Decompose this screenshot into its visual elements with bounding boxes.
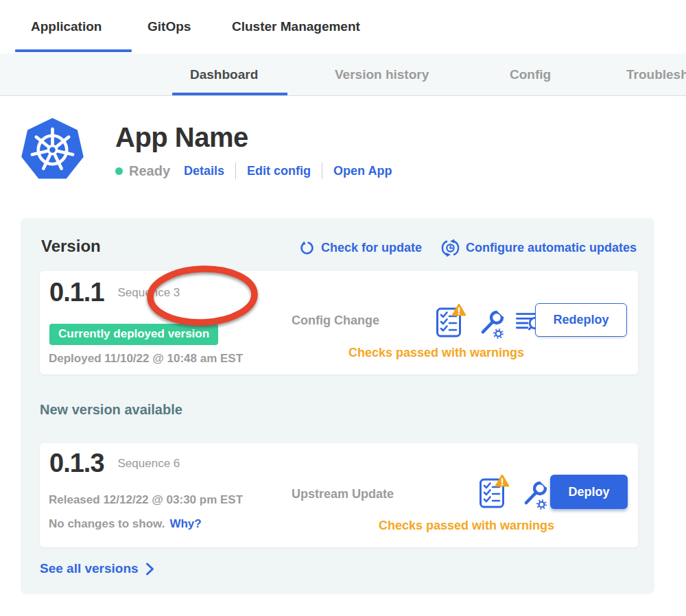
see-all-versions-link[interactable]: See all versions: [40, 561, 154, 576]
see-all-versions-label: See all versions: [40, 561, 139, 576]
kubernetes-logo-icon: [19, 117, 86, 183]
chevron-right-icon: [145, 562, 154, 576]
status-badge: Ready: [129, 163, 170, 179]
secondary-nav: Dashboard Version history Config Trouble…: [0, 54, 686, 96]
check-for-update-label: Check for update: [321, 241, 422, 255]
deploy-button[interactable]: Deploy: [550, 475, 628, 509]
primary-nav: Application GitOps Cluster Management: [0, 0, 686, 54]
tab-config-label: Config: [510, 67, 551, 82]
currently-deployed-badge: Currently deployed version: [49, 324, 218, 345]
wrench-gear-icon[interactable]: [476, 309, 505, 340]
configure-automatic-updates-label: Configure automatic updates: [466, 241, 637, 255]
app-dashboard-page: Application GitOps Cluster Management Da…: [0, 0, 686, 616]
tab-troubleshoot[interactable]: Troubleshoot: [626, 54, 686, 95]
released-timestamp: Released 12/12/22 @ 03:30 pm EST: [49, 493, 243, 507]
refresh-icon: [299, 240, 315, 256]
edit-config-link[interactable]: Edit config: [247, 164, 311, 178]
preflight-checks-icon[interactable]: [436, 304, 466, 338]
version-section-title: Version: [41, 237, 101, 256]
check-for-update-link[interactable]: Check for update: [299, 240, 422, 256]
redeploy-button[interactable]: Redeploy: [535, 303, 627, 337]
available-version-number: 0.1.3: [49, 449, 104, 478]
new-version-heading: New version available: [40, 402, 182, 418]
configure-automatic-updates-link[interactable]: Configure automatic updates: [441, 239, 637, 257]
current-version-card: 0.1.1 Sequence 3 Currently deployed vers…: [40, 271, 638, 375]
version-type-label: Upstream Update: [292, 487, 394, 501]
details-link[interactable]: Details: [184, 164, 224, 178]
checks-status-text: Checks passed with warnings: [350, 519, 583, 533]
tab-dashboard-label: Dashboard: [190, 67, 258, 82]
deployed-timestamp: Deployed 11/10/22 @ 10:48 am EST: [49, 352, 243, 366]
open-app-link[interactable]: Open App: [333, 164, 392, 178]
version-type-label: Config Change: [292, 313, 379, 328]
available-version-sequence: Sequence 6: [118, 457, 180, 471]
tab-gitops[interactable]: GitOps: [147, 0, 191, 54]
checks-status-text: Checks passed with warnings: [320, 346, 553, 360]
available-version-card: 0.1.3 Sequence 6 Released 12/12/22 @ 03:…: [40, 443, 638, 547]
status-dot: [115, 167, 123, 175]
tab-application[interactable]: Application: [31, 0, 102, 54]
tab-gitops-label: GitOps: [147, 19, 191, 34]
tab-version-history-label: Version history: [335, 67, 429, 82]
tab-troubleshoot-label: Troubleshoot: [626, 67, 686, 82]
tab-dashboard[interactable]: Dashboard: [190, 54, 258, 95]
tab-version-history[interactable]: Version history: [335, 54, 429, 95]
page-title: App Name: [115, 122, 392, 153]
active-subtab-underline: [172, 93, 287, 95]
app-header: App Name Ready Details Edit config Open …: [19, 117, 392, 183]
divider: [235, 163, 236, 179]
active-tab-underline: [15, 49, 132, 52]
tab-cluster-management[interactable]: Cluster Management: [232, 0, 360, 54]
auto-update-clock-icon: [441, 239, 460, 257]
version-panel: Version Check for update: [21, 218, 654, 594]
preflight-checks-icon[interactable]: [479, 475, 509, 509]
no-changes-text: No changes to show.: [49, 517, 165, 531]
tab-application-label: Application: [31, 19, 102, 34]
why-link[interactable]: Why?: [169, 517, 201, 531]
tab-config[interactable]: Config: [510, 54, 551, 95]
current-version-sequence: Sequence 3: [118, 286, 180, 300]
wrench-gear-icon[interactable]: [519, 480, 548, 510]
tab-cluster-management-label: Cluster Management: [232, 19, 360, 34]
divider: [322, 163, 322, 179]
current-version-number: 0.1.1: [49, 278, 104, 307]
